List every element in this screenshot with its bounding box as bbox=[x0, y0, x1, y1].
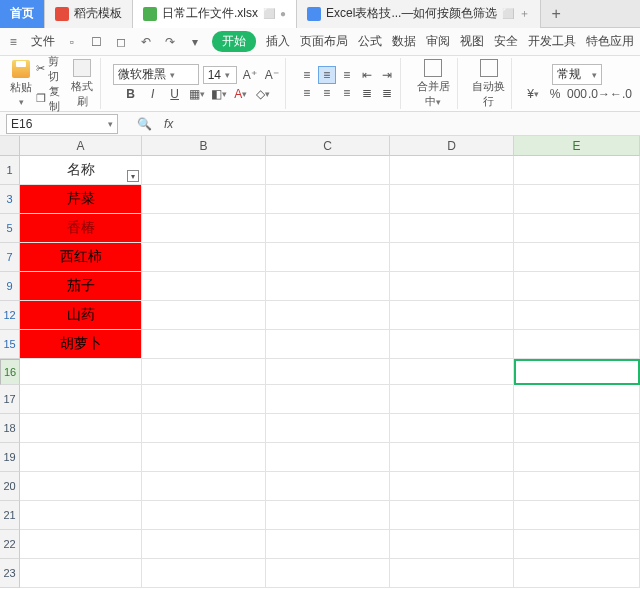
cell-C19[interactable] bbox=[266, 443, 390, 472]
shrink-font-button[interactable]: A⁻ bbox=[263, 66, 281, 84]
fx-search-icon[interactable]: 🔍 bbox=[124, 117, 164, 131]
cell-E7[interactable] bbox=[514, 243, 640, 272]
indent-inc[interactable]: ⇥ bbox=[378, 66, 396, 84]
color-button[interactable]: A▾ bbox=[232, 85, 250, 103]
cell-D12[interactable] bbox=[390, 301, 514, 330]
filter-icon[interactable]: ▾ bbox=[127, 170, 139, 182]
comma-button[interactable]: 000 bbox=[568, 85, 586, 103]
cell-B5[interactable] bbox=[142, 214, 266, 243]
row-19[interactable]: 19 bbox=[0, 443, 20, 472]
cell-E22[interactable] bbox=[514, 530, 640, 559]
wrap-button[interactable]: 自动换行 bbox=[470, 59, 507, 109]
cell-C17[interactable] bbox=[266, 385, 390, 414]
align-top[interactable]: ≡ bbox=[298, 66, 316, 84]
cell-C9[interactable] bbox=[266, 272, 390, 301]
align-bot[interactable]: ≡ bbox=[338, 66, 356, 84]
menu-icon[interactable]: ≡ bbox=[6, 34, 21, 50]
cell-B18[interactable] bbox=[142, 414, 266, 443]
cell-C23[interactable] bbox=[266, 559, 390, 588]
font-select[interactable]: 微软雅黑▾ bbox=[113, 64, 199, 85]
row-9[interactable]: 9 bbox=[0, 272, 20, 301]
cell-B9[interactable] bbox=[142, 272, 266, 301]
cell-E16[interactable] bbox=[514, 359, 640, 385]
row-7[interactable]: 7 bbox=[0, 243, 20, 272]
cut-button[interactable]: ✂ 剪切 bbox=[36, 54, 65, 84]
cell-A5[interactable]: 香椿 bbox=[20, 214, 142, 243]
col-D[interactable]: D bbox=[390, 136, 514, 156]
menu-security[interactable]: 安全 bbox=[494, 33, 518, 50]
cell-D1[interactable] bbox=[390, 156, 514, 185]
italic-button[interactable]: I bbox=[144, 85, 162, 103]
name-box[interactable]: E16▾ bbox=[6, 114, 118, 134]
cell-E12[interactable] bbox=[514, 301, 640, 330]
cell-E5[interactable] bbox=[514, 214, 640, 243]
effects-button[interactable]: ◇▾ bbox=[254, 85, 272, 103]
menu-file[interactable]: 文件 bbox=[31, 33, 55, 50]
cell-E18[interactable] bbox=[514, 414, 640, 443]
paste-button[interactable]: 粘贴▾ bbox=[10, 60, 32, 107]
grow-font-button[interactable]: A⁺ bbox=[241, 66, 259, 84]
cell-E20[interactable] bbox=[514, 472, 640, 501]
cell-E9[interactable] bbox=[514, 272, 640, 301]
cell-C18[interactable] bbox=[266, 414, 390, 443]
tab-spreadsheet[interactable]: 日常工作文件.xlsx ⬜ ● bbox=[133, 0, 297, 28]
cell-B19[interactable] bbox=[142, 443, 266, 472]
tab-home[interactable]: 首页 bbox=[0, 0, 45, 28]
cell-E1[interactable] bbox=[514, 156, 640, 185]
cell-E3[interactable] bbox=[514, 185, 640, 214]
row-20[interactable]: 20 bbox=[0, 472, 20, 501]
cell-A18[interactable] bbox=[20, 414, 142, 443]
cell-B12[interactable] bbox=[142, 301, 266, 330]
row-21[interactable]: 21 bbox=[0, 501, 20, 530]
row-22[interactable]: 22 bbox=[0, 530, 20, 559]
border-button[interactable]: ▦▾ bbox=[188, 85, 206, 103]
cell-B7[interactable] bbox=[142, 243, 266, 272]
copy-button[interactable]: ❐ 复制 bbox=[36, 84, 65, 114]
menu-formula[interactable]: 公式 bbox=[358, 33, 382, 50]
cell-A9[interactable]: 茄子 bbox=[20, 272, 142, 301]
cell-A22[interactable] bbox=[20, 530, 142, 559]
redo-icon[interactable]: ↷ bbox=[163, 34, 178, 50]
cell-E17[interactable] bbox=[514, 385, 640, 414]
align-center[interactable]: ≡ bbox=[318, 84, 336, 102]
fx-label[interactable]: fx bbox=[164, 117, 173, 131]
row-5[interactable]: 5 bbox=[0, 214, 20, 243]
undo-icon[interactable]: ↶ bbox=[138, 34, 153, 50]
align-right[interactable]: ≡ bbox=[338, 84, 356, 102]
cell-A19[interactable] bbox=[20, 443, 142, 472]
row-23[interactable]: 23 bbox=[0, 559, 20, 588]
cell-A12[interactable]: 山药 bbox=[20, 301, 142, 330]
dd-icon[interactable]: ▾ bbox=[187, 34, 202, 50]
cell-C3[interactable] bbox=[266, 185, 390, 214]
cell-D17[interactable] bbox=[390, 385, 514, 414]
cell-D5[interactable] bbox=[390, 214, 514, 243]
currency-button[interactable]: ¥▾ bbox=[524, 85, 542, 103]
row-3[interactable]: 3 bbox=[0, 185, 20, 214]
fill-button[interactable]: ◧▾ bbox=[210, 85, 228, 103]
cell-A16[interactable] bbox=[20, 359, 142, 385]
cell-C12[interactable] bbox=[266, 301, 390, 330]
menu-review[interactable]: 审阅 bbox=[426, 33, 450, 50]
bold-button[interactable]: B bbox=[122, 85, 140, 103]
cell-A20[interactable] bbox=[20, 472, 142, 501]
col-A[interactable]: A bbox=[20, 136, 142, 156]
cell-A21[interactable] bbox=[20, 501, 142, 530]
cell-E21[interactable] bbox=[514, 501, 640, 530]
cell-B1[interactable] bbox=[142, 156, 266, 185]
align-dist[interactable]: ≣ bbox=[378, 84, 396, 102]
select-all-corner[interactable] bbox=[0, 136, 20, 156]
menu-view[interactable]: 视图 bbox=[460, 33, 484, 50]
menu-special[interactable]: 特色应用 bbox=[586, 33, 634, 50]
underline-button[interactable]: U bbox=[166, 85, 184, 103]
cell-E15[interactable] bbox=[514, 330, 640, 359]
align-mid[interactable]: ≡ bbox=[318, 66, 336, 84]
cell-A15[interactable]: 胡萝卜 bbox=[20, 330, 142, 359]
size-select[interactable]: 14▾ bbox=[203, 66, 237, 84]
cell-B17[interactable] bbox=[142, 385, 266, 414]
menu-dev[interactable]: 开发工具 bbox=[528, 33, 576, 50]
cell-C22[interactable] bbox=[266, 530, 390, 559]
cell-A7[interactable]: 西红柿 bbox=[20, 243, 142, 272]
dec-dec-button[interactable]: ←.0 bbox=[612, 85, 630, 103]
percent-button[interactable]: % bbox=[546, 85, 564, 103]
cell-D18[interactable] bbox=[390, 414, 514, 443]
